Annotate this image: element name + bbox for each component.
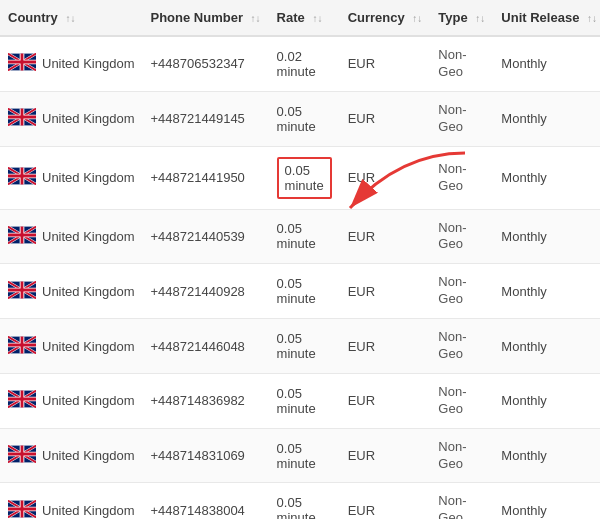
header-country[interactable]: Country ↑↓: [0, 0, 143, 36]
cell-rate: 0.05 minute: [269, 373, 340, 428]
cell-phone: +448721449145: [143, 91, 269, 146]
header-rate[interactable]: Rate ↑↓: [269, 0, 340, 36]
cell-type: Non-Geo: [430, 319, 493, 374]
header-currency[interactable]: Currency ↑↓: [340, 0, 431, 36]
cell-currency: EUR: [340, 146, 431, 209]
uk-flag-icon: [8, 336, 36, 357]
sort-icon-rate[interactable]: ↑↓: [312, 13, 322, 24]
sort-icon-country[interactable]: ↑↓: [65, 13, 75, 24]
cell-phone: +448714831069: [143, 428, 269, 483]
cell-release: Monthly: [493, 264, 600, 319]
table-row: United Kingdom +4487148310690.05 minuteE…: [0, 428, 600, 483]
country-name: United Kingdom: [42, 448, 135, 463]
table-row: United Kingdom +4487065323470.02 minuteE…: [0, 36, 600, 91]
cell-rate: 0.05 minute: [269, 264, 340, 319]
cell-country: United Kingdom: [0, 373, 143, 428]
cell-phone: +448721441950: [143, 146, 269, 209]
cell-country: United Kingdom: [0, 483, 143, 519]
cell-currency: EUR: [340, 91, 431, 146]
cell-phone: +448721446048: [143, 319, 269, 374]
cell-release: Monthly: [493, 373, 600, 428]
data-table-container: Country ↑↓ Phone Number ↑↓ Rate ↑↓ Curre…: [0, 0, 600, 519]
sort-icon-currency[interactable]: ↑↓: [412, 13, 422, 24]
cell-type: Non-Geo: [430, 483, 493, 519]
sort-icon-release[interactable]: ↑↓: [587, 13, 597, 24]
country-name: United Kingdom: [42, 170, 135, 185]
country-name: United Kingdom: [42, 56, 135, 71]
cell-currency: EUR: [340, 319, 431, 374]
page-wrapper: Country ↑↓ Phone Number ↑↓ Rate ↑↓ Curre…: [0, 0, 600, 519]
cell-release: Monthly: [493, 146, 600, 209]
cell-rate: 0.05 minute: [269, 319, 340, 374]
country-name: United Kingdom: [42, 229, 135, 244]
table-body: United Kingdom +4487065323470.02 minuteE…: [0, 36, 600, 519]
sort-icon-type[interactable]: ↑↓: [475, 13, 485, 24]
cell-country: United Kingdom: [0, 209, 143, 264]
header-phone[interactable]: Phone Number ↑↓: [143, 0, 269, 36]
cell-type: Non-Geo: [430, 36, 493, 91]
highlighted-rate: 0.05 minute: [277, 157, 332, 199]
header-release[interactable]: Unit Release ↑↓: [493, 0, 600, 36]
cell-type: Non-Geo: [430, 264, 493, 319]
cell-rate: 0.05 minute: [269, 428, 340, 483]
cell-release: Monthly: [493, 36, 600, 91]
uk-flag-icon: [8, 445, 36, 466]
cell-phone: +448721440539: [143, 209, 269, 264]
country-name: United Kingdom: [42, 503, 135, 518]
cell-type: Non-Geo: [430, 428, 493, 483]
cell-currency: EUR: [340, 264, 431, 319]
cell-currency: EUR: [340, 428, 431, 483]
uk-flag-icon: [8, 226, 36, 247]
cell-country: United Kingdom: [0, 264, 143, 319]
country-name: United Kingdom: [42, 339, 135, 354]
country-name: United Kingdom: [42, 393, 135, 408]
country-name: United Kingdom: [42, 284, 135, 299]
cell-release: Monthly: [493, 319, 600, 374]
uk-flag-icon: [8, 53, 36, 74]
cell-release: Monthly: [493, 483, 600, 519]
table-row: United Kingdom +4487214409280.05 minuteE…: [0, 264, 600, 319]
cell-rate: 0.05 minute: [269, 209, 340, 264]
uk-flag-icon: [8, 281, 36, 302]
data-table: Country ↑↓ Phone Number ↑↓ Rate ↑↓ Curre…: [0, 0, 600, 519]
table-row: United Kingdom +4487214491450.05 minuteE…: [0, 91, 600, 146]
country-name: United Kingdom: [42, 111, 135, 126]
sort-icon-phone[interactable]: ↑↓: [251, 13, 261, 24]
cell-country: United Kingdom: [0, 319, 143, 374]
cell-country: United Kingdom: [0, 91, 143, 146]
cell-phone: +448706532347: [143, 36, 269, 91]
cell-rate: 0.05 minute: [269, 483, 340, 519]
table-row: United Kingdom +4487214405390.05 minuteE…: [0, 209, 600, 264]
cell-currency: EUR: [340, 483, 431, 519]
cell-phone: +448714836982: [143, 373, 269, 428]
cell-release: Monthly: [493, 209, 600, 264]
cell-release: Monthly: [493, 428, 600, 483]
table-row: United Kingdom +4487214460480.05 minuteE…: [0, 319, 600, 374]
uk-flag-icon: [8, 108, 36, 129]
uk-flag-icon: [8, 500, 36, 519]
cell-release: Monthly: [493, 91, 600, 146]
cell-rate: 0.02 minute: [269, 36, 340, 91]
cell-type: Non-Geo: [430, 373, 493, 428]
cell-country: United Kingdom: [0, 428, 143, 483]
table-row: United Kingdom +4487148369820.05 minuteE…: [0, 373, 600, 428]
table-row: United Kingdom +4487214419500.05 minuteE…: [0, 146, 600, 209]
cell-currency: EUR: [340, 209, 431, 264]
cell-type: Non-Geo: [430, 146, 493, 209]
cell-country: United Kingdom: [0, 146, 143, 209]
cell-phone: +448721440928: [143, 264, 269, 319]
table-row: United Kingdom +4487148380040.05 minuteE…: [0, 483, 600, 519]
header-type[interactable]: Type ↑↓: [430, 0, 493, 36]
cell-type: Non-Geo: [430, 209, 493, 264]
cell-type: Non-Geo: [430, 91, 493, 146]
uk-flag-icon: [8, 390, 36, 411]
cell-phone: +448714838004: [143, 483, 269, 519]
cell-rate: 0.05 minute: [269, 91, 340, 146]
table-header-row: Country ↑↓ Phone Number ↑↓ Rate ↑↓ Curre…: [0, 0, 600, 36]
cell-country: United Kingdom: [0, 36, 143, 91]
uk-flag-icon: [8, 167, 36, 188]
cell-currency: EUR: [340, 373, 431, 428]
cell-currency: EUR: [340, 36, 431, 91]
cell-rate: 0.05 minute: [269, 146, 340, 209]
